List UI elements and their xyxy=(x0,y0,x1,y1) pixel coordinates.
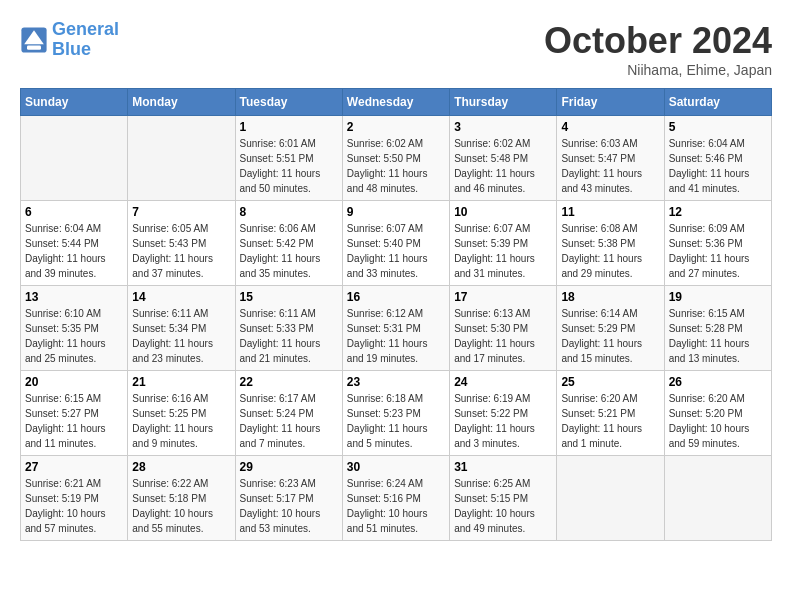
calendar-cell: 9Sunrise: 6:07 AMSunset: 5:40 PMDaylight… xyxy=(342,201,449,286)
calendar-cell: 26Sunrise: 6:20 AMSunset: 5:20 PMDayligh… xyxy=(664,371,771,456)
day-number: 3 xyxy=(454,120,552,134)
calendar-cell: 16Sunrise: 6:12 AMSunset: 5:31 PMDayligh… xyxy=(342,286,449,371)
weekday-header: Thursday xyxy=(450,89,557,116)
day-info: Sunrise: 6:05 AMSunset: 5:43 PMDaylight:… xyxy=(132,221,230,281)
day-info: Sunrise: 6:18 AMSunset: 5:23 PMDaylight:… xyxy=(347,391,445,451)
day-number: 21 xyxy=(132,375,230,389)
day-info: Sunrise: 6:06 AMSunset: 5:42 PMDaylight:… xyxy=(240,221,338,281)
weekday-header: Saturday xyxy=(664,89,771,116)
location: Niihama, Ehime, Japan xyxy=(544,62,772,78)
day-info: Sunrise: 6:21 AMSunset: 5:19 PMDaylight:… xyxy=(25,476,123,536)
calendar-cell: 24Sunrise: 6:19 AMSunset: 5:22 PMDayligh… xyxy=(450,371,557,456)
day-info: Sunrise: 6:07 AMSunset: 5:40 PMDaylight:… xyxy=(347,221,445,281)
day-info: Sunrise: 6:09 AMSunset: 5:36 PMDaylight:… xyxy=(669,221,767,281)
day-info: Sunrise: 6:24 AMSunset: 5:16 PMDaylight:… xyxy=(347,476,445,536)
calendar-cell xyxy=(664,456,771,541)
calendar-week-row: 13Sunrise: 6:10 AMSunset: 5:35 PMDayligh… xyxy=(21,286,772,371)
calendar-cell: 6Sunrise: 6:04 AMSunset: 5:44 PMDaylight… xyxy=(21,201,128,286)
day-number: 17 xyxy=(454,290,552,304)
day-number: 26 xyxy=(669,375,767,389)
calendar-cell: 31Sunrise: 6:25 AMSunset: 5:15 PMDayligh… xyxy=(450,456,557,541)
day-number: 29 xyxy=(240,460,338,474)
day-number: 22 xyxy=(240,375,338,389)
calendar-cell: 13Sunrise: 6:10 AMSunset: 5:35 PMDayligh… xyxy=(21,286,128,371)
day-number: 12 xyxy=(669,205,767,219)
calendar-cell: 30Sunrise: 6:24 AMSunset: 5:16 PMDayligh… xyxy=(342,456,449,541)
calendar-cell: 28Sunrise: 6:22 AMSunset: 5:18 PMDayligh… xyxy=(128,456,235,541)
day-number: 24 xyxy=(454,375,552,389)
day-info: Sunrise: 6:15 AMSunset: 5:28 PMDaylight:… xyxy=(669,306,767,366)
logo-line1: General xyxy=(52,19,119,39)
day-number: 1 xyxy=(240,120,338,134)
calendar-cell: 27Sunrise: 6:21 AMSunset: 5:19 PMDayligh… xyxy=(21,456,128,541)
calendar-cell: 21Sunrise: 6:16 AMSunset: 5:25 PMDayligh… xyxy=(128,371,235,456)
calendar-week-row: 20Sunrise: 6:15 AMSunset: 5:27 PMDayligh… xyxy=(21,371,772,456)
weekday-header: Monday xyxy=(128,89,235,116)
calendar-cell: 25Sunrise: 6:20 AMSunset: 5:21 PMDayligh… xyxy=(557,371,664,456)
day-number: 18 xyxy=(561,290,659,304)
day-number: 13 xyxy=(25,290,123,304)
day-number: 25 xyxy=(561,375,659,389)
weekday-header: Tuesday xyxy=(235,89,342,116)
day-info: Sunrise: 6:17 AMSunset: 5:24 PMDaylight:… xyxy=(240,391,338,451)
calendar-cell: 20Sunrise: 6:15 AMSunset: 5:27 PMDayligh… xyxy=(21,371,128,456)
day-number: 8 xyxy=(240,205,338,219)
title-block: October 2024 Niihama, Ehime, Japan xyxy=(544,20,772,78)
calendar-week-row: 1Sunrise: 6:01 AMSunset: 5:51 PMDaylight… xyxy=(21,116,772,201)
day-info: Sunrise: 6:12 AMSunset: 5:31 PMDaylight:… xyxy=(347,306,445,366)
calendar-cell: 2Sunrise: 6:02 AMSunset: 5:50 PMDaylight… xyxy=(342,116,449,201)
weekday-header: Wednesday xyxy=(342,89,449,116)
day-info: Sunrise: 6:11 AMSunset: 5:34 PMDaylight:… xyxy=(132,306,230,366)
calendar-cell xyxy=(557,456,664,541)
day-number: 6 xyxy=(25,205,123,219)
calendar-cell: 8Sunrise: 6:06 AMSunset: 5:42 PMDaylight… xyxy=(235,201,342,286)
day-number: 4 xyxy=(561,120,659,134)
calendar-cell: 17Sunrise: 6:13 AMSunset: 5:30 PMDayligh… xyxy=(450,286,557,371)
calendar-cell: 4Sunrise: 6:03 AMSunset: 5:47 PMDaylight… xyxy=(557,116,664,201)
calendar-cell: 3Sunrise: 6:02 AMSunset: 5:48 PMDaylight… xyxy=(450,116,557,201)
month-title: October 2024 xyxy=(544,20,772,62)
day-info: Sunrise: 6:02 AMSunset: 5:50 PMDaylight:… xyxy=(347,136,445,196)
day-number: 19 xyxy=(669,290,767,304)
day-number: 28 xyxy=(132,460,230,474)
weekday-header: Friday xyxy=(557,89,664,116)
day-info: Sunrise: 6:22 AMSunset: 5:18 PMDaylight:… xyxy=(132,476,230,536)
calendar-table: SundayMondayTuesdayWednesdayThursdayFrid… xyxy=(20,88,772,541)
logo: General Blue xyxy=(20,20,119,60)
day-number: 31 xyxy=(454,460,552,474)
weekday-header: Sunday xyxy=(21,89,128,116)
day-number: 15 xyxy=(240,290,338,304)
calendar-cell: 19Sunrise: 6:15 AMSunset: 5:28 PMDayligh… xyxy=(664,286,771,371)
calendar-cell: 14Sunrise: 6:11 AMSunset: 5:34 PMDayligh… xyxy=(128,286,235,371)
day-info: Sunrise: 6:04 AMSunset: 5:44 PMDaylight:… xyxy=(25,221,123,281)
day-number: 30 xyxy=(347,460,445,474)
calendar-week-row: 6Sunrise: 6:04 AMSunset: 5:44 PMDaylight… xyxy=(21,201,772,286)
day-number: 7 xyxy=(132,205,230,219)
svg-rect-2 xyxy=(27,45,41,49)
page-header: General Blue October 2024 Niihama, Ehime… xyxy=(20,20,772,78)
calendar-cell xyxy=(21,116,128,201)
day-number: 2 xyxy=(347,120,445,134)
day-info: Sunrise: 6:15 AMSunset: 5:27 PMDaylight:… xyxy=(25,391,123,451)
day-number: 14 xyxy=(132,290,230,304)
day-number: 27 xyxy=(25,460,123,474)
calendar-cell: 11Sunrise: 6:08 AMSunset: 5:38 PMDayligh… xyxy=(557,201,664,286)
day-info: Sunrise: 6:11 AMSunset: 5:33 PMDaylight:… xyxy=(240,306,338,366)
logo-icon xyxy=(20,26,48,54)
day-number: 10 xyxy=(454,205,552,219)
day-info: Sunrise: 6:20 AMSunset: 5:20 PMDaylight:… xyxy=(669,391,767,451)
calendar-cell: 15Sunrise: 6:11 AMSunset: 5:33 PMDayligh… xyxy=(235,286,342,371)
calendar-cell: 10Sunrise: 6:07 AMSunset: 5:39 PMDayligh… xyxy=(450,201,557,286)
calendar-cell: 1Sunrise: 6:01 AMSunset: 5:51 PMDaylight… xyxy=(235,116,342,201)
day-info: Sunrise: 6:02 AMSunset: 5:48 PMDaylight:… xyxy=(454,136,552,196)
day-info: Sunrise: 6:01 AMSunset: 5:51 PMDaylight:… xyxy=(240,136,338,196)
day-info: Sunrise: 6:25 AMSunset: 5:15 PMDaylight:… xyxy=(454,476,552,536)
day-info: Sunrise: 6:04 AMSunset: 5:46 PMDaylight:… xyxy=(669,136,767,196)
day-info: Sunrise: 6:19 AMSunset: 5:22 PMDaylight:… xyxy=(454,391,552,451)
day-info: Sunrise: 6:03 AMSunset: 5:47 PMDaylight:… xyxy=(561,136,659,196)
calendar-cell: 29Sunrise: 6:23 AMSunset: 5:17 PMDayligh… xyxy=(235,456,342,541)
day-number: 9 xyxy=(347,205,445,219)
calendar-cell: 23Sunrise: 6:18 AMSunset: 5:23 PMDayligh… xyxy=(342,371,449,456)
day-number: 16 xyxy=(347,290,445,304)
day-number: 11 xyxy=(561,205,659,219)
